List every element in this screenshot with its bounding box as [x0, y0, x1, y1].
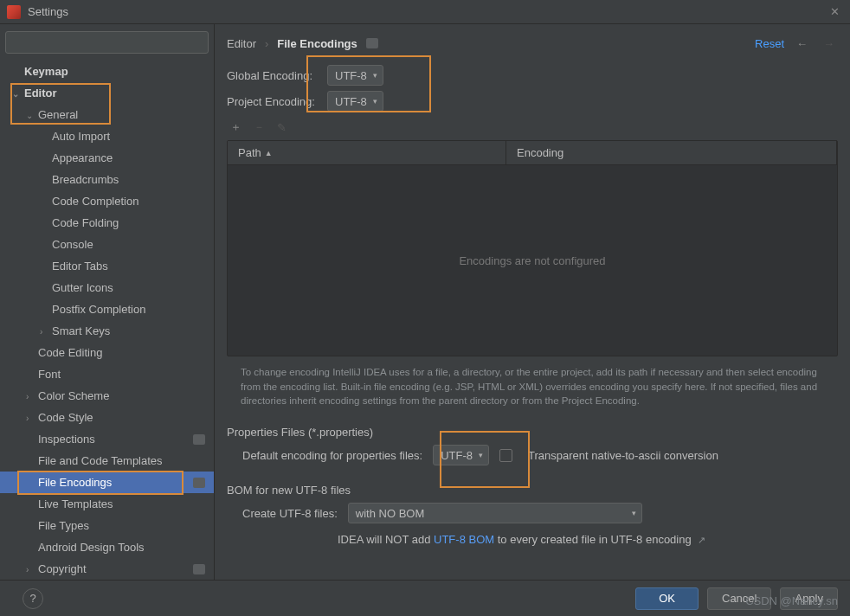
scope-badge-icon	[193, 564, 205, 574]
properties-section-title: Properties Files (*.properties)	[227, 426, 838, 439]
global-encoding-label: Global Encoding:	[227, 69, 317, 82]
scope-badge-icon	[366, 38, 378, 48]
sidebar-item-label: Editor Tabs	[52, 260, 108, 273]
dialog-buttons: ? OK Cancel Apply	[0, 580, 850, 616]
chevron-down-icon: ▾	[479, 451, 483, 459]
sidebar-item-copyright[interactable]: ›Copyright	[0, 558, 214, 580]
sidebar-item-label: Color Scheme	[38, 389, 109, 402]
global-encoding-select[interactable]: UTF-8 ▾	[327, 65, 383, 86]
main-panel: Editor › File Encodings Reset ← → Global…	[215, 24, 850, 580]
app-icon	[7, 5, 21, 19]
sidebar-item-label: Gutter Icons	[52, 281, 113, 294]
remove-icon[interactable]: －	[254, 119, 265, 135]
edit-icon[interactable]: ✎	[277, 121, 287, 134]
titlebar: Settings ✕	[0, 0, 850, 24]
sidebar-item-label: Postfix Completion	[52, 303, 145, 316]
sidebar-item-label: Console	[52, 238, 93, 251]
transparent-label: Transparent native-to-ascii conversion	[528, 449, 718, 462]
sidebar-item-gutter-icons[interactable]: Gutter Icons	[0, 277, 214, 298]
path-column-header[interactable]: Path ▲	[228, 141, 506, 164]
table-empty-placeholder: Encodings are not configured	[228, 165, 837, 356]
sidebar-item-label: Font	[38, 368, 61, 381]
sidebar-item-code-folding[interactable]: Code Folding	[0, 212, 214, 234]
chevron-down-icon: ▾	[373, 97, 377, 106]
encoding-column-header[interactable]: Encoding	[506, 141, 837, 164]
path-toolbar: ＋ － ✎	[227, 114, 838, 140]
properties-default-label: Default encoding for properties files:	[242, 449, 422, 462]
sidebar-item-code-editing[interactable]: Code Editing	[0, 342, 214, 363]
sidebar-item-label: Code Editing	[38, 346, 102, 359]
window-title: Settings	[28, 5, 68, 18]
forward-icon[interactable]: →	[820, 37, 838, 50]
sidebar-item-file-types[interactable]: File Types	[0, 515, 214, 536]
sidebar-item-color-scheme[interactable]: ›Color Scheme	[0, 385, 214, 407]
help-button[interactable]: ?	[23, 588, 43, 609]
sidebar-item-breadcrumbs[interactable]: Breadcrumbs	[0, 169, 214, 190]
help-text: To change encoding IntelliJ IDEA uses fo…	[227, 356, 838, 417]
sidebar-item-label: Code Folding	[52, 216, 119, 229]
utf8-bom-link[interactable]: UTF-8 BOM	[434, 533, 494, 546]
sidebar-item-font[interactable]: Font	[0, 363, 214, 385]
sidebar-item-appearance[interactable]: Appearance	[0, 147, 214, 169]
bom-note: IDEA will NOT add UTF-8 BOM to every cre…	[338, 533, 705, 546]
sidebar-item-label: Inspections	[38, 433, 95, 446]
reset-link[interactable]: Reset	[755, 37, 784, 50]
sidebar-item-keymap[interactable]: Keymap	[0, 61, 214, 82]
sidebar-item-code-completion[interactable]: Code Completion	[0, 190, 214, 212]
chevron-down-icon: ⌄	[12, 88, 19, 98]
sidebar-item-android-design-tools[interactable]: Android Design Tools	[0, 536, 214, 558]
chevron-down-icon: ▾	[373, 71, 377, 80]
sidebar-item-label: Editor	[24, 87, 57, 99]
create-utf8-label: Create UTF-8 files:	[242, 507, 338, 520]
sidebar-item-label: Copyright	[38, 562, 87, 575]
sidebar-item-inspections[interactable]: Inspections	[0, 428, 214, 450]
chevron-down-icon: ▾	[632, 509, 636, 517]
chevron-down-icon: ⌄	[26, 110, 33, 119]
add-icon[interactable]: ＋	[230, 119, 241, 135]
sidebar-item-general[interactable]: ⌄General	[0, 104, 214, 125]
scope-badge-icon	[193, 434, 205, 445]
project-encoding-select[interactable]: UTF-8 ▾	[327, 91, 383, 112]
settings-tree: Keymap⌄Editor⌄GeneralAuto ImportAppearan…	[0, 61, 214, 580]
sidebar-item-auto-import[interactable]: Auto Import	[0, 125, 214, 147]
sidebar-item-file-and-code-templates[interactable]: File and Code Templates	[0, 450, 214, 472]
sidebar-item-editor[interactable]: ⌄Editor	[0, 82, 214, 104]
sidebar-item-code-style[interactable]: ›Code Style	[0, 407, 214, 428]
sidebar-item-label: Keymap	[24, 65, 68, 78]
chevron-right-icon: ›	[26, 564, 29, 574]
breadcrumb: Editor › File Encodings Reset ← →	[215, 24, 850, 62]
create-utf8-select[interactable]: with NO BOM ▾	[348, 503, 642, 523]
sidebar-item-postfix-completion[interactable]: Postfix Completion	[0, 298, 214, 320]
external-link-icon: ↗	[698, 535, 705, 545]
apply-button[interactable]: Apply	[780, 587, 838, 610]
sidebar: 🔍 Keymap⌄Editor⌄GeneralAuto ImportAppear…	[0, 24, 215, 580]
chevron-right-icon: ›	[265, 37, 268, 50]
close-icon[interactable]: ✕	[826, 3, 843, 21]
sidebar-item-smart-keys[interactable]: ›Smart Keys	[0, 320, 214, 342]
properties-encoding-select[interactable]: UTF-8 ▾	[433, 445, 489, 465]
scope-badge-icon	[193, 478, 205, 488]
chevron-right-icon: ›	[26, 413, 29, 422]
sidebar-item-editor-tabs[interactable]: Editor Tabs	[0, 255, 214, 277]
chevron-right-icon: ›	[26, 391, 29, 401]
cancel-button[interactable]: Cancel	[707, 587, 771, 610]
sidebar-item-label: Live Templates	[38, 497, 113, 510]
sidebar-item-label: Android Design Tools	[38, 541, 145, 554]
back-icon[interactable]: ←	[793, 37, 811, 50]
sidebar-item-label: Breadcrumbs	[52, 173, 119, 186]
sidebar-item-live-templates[interactable]: Live Templates	[0, 493, 214, 515]
breadcrumb-editor[interactable]: Editor	[227, 37, 256, 50]
encodings-table: Path ▲ Encoding Encodings are not config…	[227, 140, 838, 356]
sidebar-item-label: File and Code Templates	[38, 454, 163, 467]
sidebar-item-label: Smart Keys	[52, 324, 110, 337]
sidebar-item-file-encodings[interactable]: File Encodings	[0, 472, 214, 493]
sidebar-item-label: Code Style	[38, 411, 93, 424]
sidebar-item-console[interactable]: Console	[0, 234, 214, 255]
sidebar-item-label: General	[38, 108, 78, 121]
transparent-checkbox[interactable]	[499, 449, 512, 462]
breadcrumb-file-encodings: File Encodings	[277, 37, 357, 50]
sort-asc-icon: ▲	[265, 149, 273, 157]
search-input[interactable]	[5, 31, 209, 54]
chevron-right-icon: ›	[40, 326, 42, 336]
ok-button[interactable]: OK	[635, 587, 699, 610]
